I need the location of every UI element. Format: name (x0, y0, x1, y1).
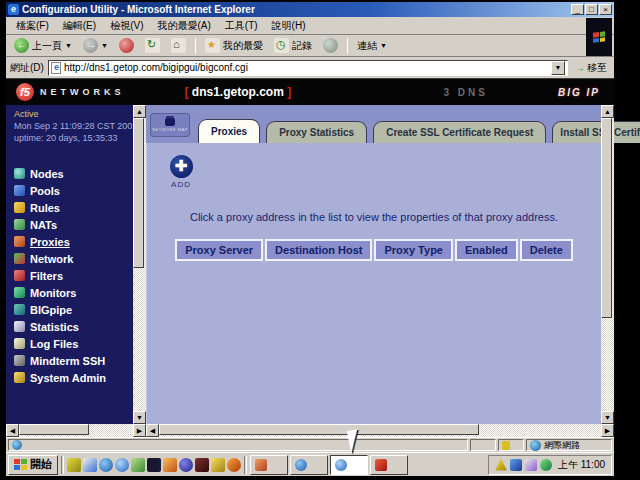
content-horizontal-scrollbar[interactable]: ◀ ▶ (146, 424, 614, 437)
task-icon (295, 459, 307, 471)
sidebar-hscroll-thumb[interactable] (19, 424, 89, 435)
column-header-proxy-server[interactable]: Proxy Server (175, 239, 263, 261)
maximize-button[interactable]: □ (585, 4, 598, 15)
links-button[interactable]: 連結 ▼ (353, 38, 391, 54)
main-area: Active Mon Sep 2 11:09:28 CST 2002 uptim… (6, 105, 614, 424)
scroll-left-icon[interactable]: ◀ (146, 424, 159, 437)
sidebar-item-proxies[interactable]: Proxies (14, 233, 133, 250)
tray-network-icon[interactable] (540, 459, 552, 471)
back-icon (14, 38, 29, 53)
nodes-icon (14, 168, 25, 179)
scroll-down-icon[interactable]: ▼ (133, 411, 146, 424)
close-button[interactable]: × (599, 4, 612, 15)
favorites-button[interactable]: 我的最愛 (201, 37, 267, 54)
print-button[interactable] (319, 37, 342, 54)
monitors-icon (14, 287, 25, 298)
page-icon (51, 62, 61, 74)
task-icon (255, 459, 267, 471)
sidebar-item-filters[interactable]: Filters (14, 267, 133, 284)
tray-display-icon[interactable] (510, 459, 522, 471)
sidebar-item-network[interactable]: Network (14, 250, 133, 267)
scroll-down-icon[interactable]: ▼ (601, 411, 614, 424)
scroll-up-icon[interactable]: ▲ (133, 105, 146, 118)
go-button[interactable]: 移至 (572, 61, 610, 75)
network-map-button[interactable]: NETWORK MAP (150, 113, 190, 137)
home-button[interactable] (167, 37, 190, 54)
navigation-sidebar: Active Mon Sep 2 11:09:28 CST 2002 uptim… (6, 105, 146, 424)
toolbar-separator (195, 38, 196, 54)
sidebar-item-nodes[interactable]: Nodes (14, 165, 133, 182)
sidebar-item-nats[interactable]: NATs (14, 216, 133, 233)
sidebar-scroll-thumb[interactable] (133, 118, 144, 268)
sidebar-item-monitors[interactable]: Monitors (14, 284, 133, 301)
address-dropdown-button[interactable]: ▼ (551, 61, 565, 75)
quicklaunch-icon-3[interactable] (99, 458, 113, 472)
scroll-right-icon[interactable]: ▶ (601, 424, 614, 437)
menu-file[interactable]: 檔案(F) (10, 17, 55, 35)
sidebar-item-bigpipe[interactable]: BIGpipe (14, 301, 133, 318)
address-input[interactable]: http://dns1.getop.com/bigipgui/bigconf.c… (48, 60, 568, 76)
sidebar-item-statistics[interactable]: Statistics (14, 318, 133, 335)
sidebar-item-log-files[interactable]: Log Files (14, 335, 133, 352)
horizontal-scroll-row: ◀ ▶ ◀ ▶ (6, 424, 614, 437)
favorites-label: 我的最愛 (223, 39, 263, 53)
sidebar-vertical-scrollbar[interactable]: ▲ ▼ (133, 105, 146, 424)
loading-globe-icon (12, 440, 22, 450)
scroll-up-icon[interactable]: ▲ (601, 105, 614, 118)
column-header-enabled[interactable]: Enabled (455, 239, 518, 261)
back-button[interactable]: 上一頁 ▼ (10, 37, 76, 54)
task-button-3-active[interactable] (330, 455, 368, 475)
column-header-destination-host[interactable]: Destination Host (265, 239, 372, 261)
tab-create-ssl-certificate-request[interactable]: Create SSL Certificate Request (373, 121, 546, 143)
add-label: ADD (163, 180, 199, 189)
task-button-4[interactable] (370, 455, 408, 475)
quicklaunch-icon-2[interactable] (83, 458, 97, 472)
content-scroll-thumb[interactable] (601, 118, 612, 318)
minimize-button[interactable]: _ (571, 4, 584, 15)
quicklaunch-icon-8[interactable] (179, 458, 193, 472)
sidebar-item-mindterm-ssh[interactable]: Mindterm SSH (14, 352, 133, 369)
menu-help[interactable]: 說明(H) (266, 17, 312, 35)
tab-proxy-statistics[interactable]: Proxy Statistics (266, 121, 367, 143)
history-button[interactable]: 記錄 (270, 37, 316, 54)
menu-favorites[interactable]: 我的最愛(A) (151, 17, 216, 35)
column-header-delete[interactable]: Delete (520, 239, 573, 261)
column-header-proxy-type[interactable]: Proxy Type (374, 239, 453, 261)
refresh-button[interactable] (141, 37, 164, 54)
go-label: 移至 (587, 61, 607, 75)
sidebar-item-system-admin[interactable]: System Admin (14, 369, 133, 386)
stop-button[interactable] (115, 37, 138, 54)
tab-install-ssl-certificate[interactable]: Install SSL Certif (552, 121, 640, 143)
task-button-2[interactable] (290, 455, 328, 475)
status-pane-lock (498, 439, 524, 451)
start-button[interactable]: 開始 (8, 455, 58, 475)
quicklaunch-icon-6[interactable] (147, 458, 161, 472)
task-button-1[interactable] (250, 455, 288, 475)
quicklaunch-icon-4[interactable] (115, 458, 129, 472)
menu-view[interactable]: 檢視(V) (104, 17, 149, 35)
scroll-right-icon[interactable]: ▶ (133, 424, 146, 437)
menu-tools[interactable]: 工具(T) (219, 17, 264, 35)
quicklaunch-icon-10[interactable] (211, 458, 225, 472)
proxies-panel: ✚ ADD Click a proxy address in the list … (146, 143, 601, 424)
tab-proxies[interactable]: Proxies (198, 119, 260, 143)
content-vertical-scrollbar[interactable]: ▲ ▼ (601, 105, 614, 424)
sidebar-horizontal-scrollbar[interactable]: ◀ ▶ (6, 424, 146, 437)
quicklaunch-icon-11[interactable] (227, 458, 241, 472)
proxy-table-header-row: Proxy Server Destination Host Proxy Type… (147, 239, 601, 261)
quicklaunch-icon-9[interactable] (195, 458, 209, 472)
favorites-icon (205, 38, 220, 53)
content-hscroll-thumb[interactable] (159, 424, 479, 435)
scroll-left-icon[interactable]: ◀ (6, 424, 19, 437)
quicklaunch-icon-1[interactable] (67, 458, 81, 472)
internet-zone-icon (530, 440, 541, 451)
forward-button[interactable]: ▼ (79, 37, 112, 54)
quicklaunch-icon-7[interactable] (163, 458, 177, 472)
add-proxy-button[interactable]: ✚ ADD (163, 155, 199, 189)
sidebar-item-pools[interactable]: Pools (14, 182, 133, 199)
sidebar-item-rules[interactable]: Rules (14, 199, 133, 216)
tray-alert-icon[interactable] (495, 459, 507, 471)
menu-edit[interactable]: 編輯(E) (57, 17, 102, 35)
quicklaunch-icon-5[interactable] (131, 458, 145, 472)
tray-volume-icon[interactable] (525, 459, 537, 471)
